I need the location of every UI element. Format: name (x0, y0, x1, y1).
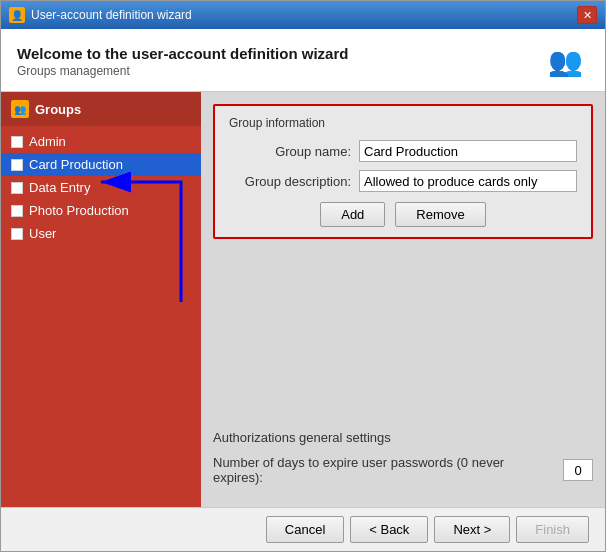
sidebar-title: Groups (35, 102, 81, 117)
wizard-title: Welcome to the user-account definition w… (17, 45, 348, 62)
card-production-label: Card Production (29, 157, 123, 172)
finish-button[interactable]: Finish (516, 516, 589, 543)
header-icon: 👥 (541, 41, 589, 81)
admin-checkbox[interactable] (11, 136, 23, 148)
sidebar-list: Admin Card Production Data Entry Photo P… (1, 126, 201, 507)
user-checkbox[interactable] (11, 228, 23, 240)
data-entry-label: Data Entry (29, 180, 90, 195)
card-production-checkbox[interactable] (11, 159, 23, 171)
auth-days-row: Number of days to expire user passwords … (213, 455, 593, 485)
window-title: User-account definition wizard (31, 8, 192, 22)
remove-button[interactable]: Remove (395, 202, 485, 227)
sidebar-item-photo-production[interactable]: Photo Production (1, 199, 201, 222)
back-button[interactable]: < Back (350, 516, 428, 543)
auth-settings-title: Authorizations general settings (213, 430, 593, 445)
admin-label: Admin (29, 134, 66, 149)
cancel-button[interactable]: Cancel (266, 516, 344, 543)
window-icon: 👤 (9, 7, 25, 23)
group-info-box: Group information Group name: Group desc… (213, 104, 593, 239)
sidebar-item-admin[interactable]: Admin (1, 130, 201, 153)
header: Welcome to the user-account definition w… (1, 29, 605, 92)
sidebar-item-user[interactable]: User (1, 222, 201, 245)
group-info-title: Group information (229, 116, 577, 130)
wizard-subtitle: Groups management (17, 64, 348, 78)
right-panel: Group information Group name: Group desc… (201, 92, 605, 507)
group-button-row: Add Remove (229, 202, 577, 227)
data-entry-checkbox[interactable] (11, 182, 23, 194)
auth-days-input[interactable] (563, 459, 593, 481)
user-label: User (29, 226, 56, 241)
add-button[interactable]: Add (320, 202, 385, 227)
main-window: 👤 User-account definition wizard ✕ Welco… (0, 0, 606, 552)
footer: Cancel < Back Next > Finish (1, 507, 605, 551)
close-button[interactable]: ✕ (577, 6, 597, 24)
group-desc-label: Group description: (229, 174, 359, 189)
title-bar-left: 👤 User-account definition wizard (9, 7, 192, 23)
photo-production-checkbox[interactable] (11, 205, 23, 217)
sidebar-item-card-production[interactable]: Card Production (1, 153, 201, 176)
title-bar-controls: ✕ (577, 6, 597, 24)
groups-icon: 👥 (11, 100, 29, 118)
auth-days-label: Number of days to expire user passwords … (213, 455, 555, 485)
spacer (213, 251, 593, 408)
group-name-label: Group name: (229, 144, 359, 159)
group-name-input[interactable] (359, 140, 577, 162)
group-desc-row: Group description: (229, 170, 577, 192)
group-name-row: Group name: (229, 140, 577, 162)
photo-production-label: Photo Production (29, 203, 129, 218)
header-text: Welcome to the user-account definition w… (17, 45, 348, 78)
group-desc-input[interactable] (359, 170, 577, 192)
sidebar: 👥 Groups Admin Card Production Data Entr… (1, 92, 201, 507)
sidebar-header: 👥 Groups (1, 92, 201, 126)
next-button[interactable]: Next > (434, 516, 510, 543)
sidebar-item-data-entry[interactable]: Data Entry (1, 176, 201, 199)
content-wrapper: 👥 Groups Admin Card Production Data Entr… (1, 92, 605, 507)
auth-settings: Authorizations general settings Number o… (213, 420, 593, 495)
title-bar: 👤 User-account definition wizard ✕ (1, 1, 605, 29)
